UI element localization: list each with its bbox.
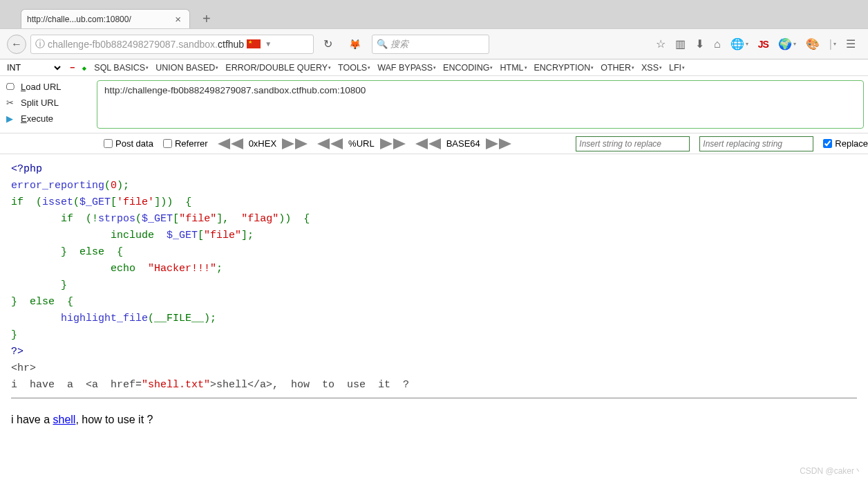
menu-tools[interactable]: TOOLS▾ — [338, 63, 370, 73]
tab-strip: http://challe...ub.com:10800/ × + — [0, 8, 868, 28]
php-source: <?php error_reporting(0); if (isset($_GE… — [11, 161, 857, 394]
menu-encryption[interactable]: ENCRYPTION▾ — [534, 63, 594, 73]
chevron-down-icon[interactable]: ▼ — [265, 40, 272, 48]
load-url-button[interactable]: 🖵Load URL — [0, 79, 97, 95]
load-icon: 🖵 — [4, 82, 15, 92]
library-icon[interactable]: ▥ — [675, 37, 686, 50]
post-data-checkbox[interactable]: Post data — [104, 138, 153, 149]
hackbar-body: 🖵Load URL ✂Split URL ▶Execute http://cha… — [0, 76, 868, 133]
palette-icon[interactable]: 🎨 — [806, 37, 820, 50]
menu-error-double[interactable]: ERROR/DOUBLE QUERY▾ — [225, 63, 331, 73]
close-icon[interactable]: × — [172, 13, 184, 25]
enc-url[interactable]: %URL — [317, 138, 406, 149]
replace-checkbox[interactable]: Replace — [823, 138, 868, 149]
referrer-checkbox[interactable]: Referrer — [163, 138, 208, 149]
hackbar-select[interactable]: INT — [4, 62, 63, 73]
execute-icon: ▶ — [4, 113, 15, 124]
menu-xss[interactable]: XSS▾ — [641, 63, 662, 73]
address-box[interactable]: ⓘ challenge-fb0b882498279087.sandbox.ctf… — [30, 35, 314, 54]
divider: |▾ — [829, 38, 836, 50]
hackbar-controls: Post data Referrer 0xHEX %URL BASE64 Rep… — [0, 133, 868, 154]
enc-hex[interactable]: 0xHEX — [218, 138, 308, 149]
globe2-icon[interactable]: 🌍▾ — [778, 37, 796, 50]
new-tab-button[interactable]: + — [197, 9, 216, 28]
browser-tab[interactable]: http://challe...ub.com:10800/ × — [21, 9, 190, 28]
hackbar-selector[interactable]: INT — [4, 62, 63, 73]
hackbar-actions: 🖵Load URL ✂Split URL ▶Execute — [0, 76, 97, 133]
hackbar-url-input[interactable]: http://challenge-fb0b882498279087.sandbo… — [97, 80, 864, 129]
search-placeholder: 搜索 — [390, 38, 408, 50]
search-input[interactable]: 🔍 搜索 — [372, 35, 489, 54]
js-icon[interactable]: JS — [758, 39, 768, 50]
url-domain: ctfhub — [218, 39, 244, 50]
menu-icon[interactable]: ☰ — [846, 37, 856, 50]
menu-lfi[interactable]: LFI▾ — [669, 63, 685, 73]
menu-union-based[interactable]: UNION BASED▾ — [155, 63, 218, 73]
menu-waf-bypass[interactable]: WAF BYPASS▾ — [377, 63, 436, 73]
back-button[interactable]: ← — [7, 35, 26, 54]
url-bar: ← ⓘ challenge-fb0b882498279087.sandbox.c… — [0, 28, 868, 59]
search-icon: 🔍 — [377, 39, 388, 49]
plus-icon[interactable]: ⬥ — [82, 63, 87, 73]
reload-icon[interactable]: ↻ — [318, 37, 338, 50]
replace-with-input[interactable] — [699, 136, 813, 151]
globe-icon[interactable]: 🌐▾ — [730, 37, 748, 50]
toolbar-icons: ☆ ▥ ⬇ ⌂ 🌐▾ JS 🌍▾ 🎨 |▾ ☰ — [656, 37, 861, 50]
menu-html[interactable]: HTML▾ — [500, 63, 527, 73]
watermark: CSDN @caker丶 — [800, 465, 862, 477]
shell-link[interactable]: shell — [53, 414, 75, 425]
menu-other[interactable]: OTHER▾ — [601, 63, 634, 73]
page-content: <?php error_reporting(0); if (isset($_GE… — [0, 154, 868, 436]
execute-button[interactable]: ▶Execute — [0, 111, 97, 127]
replace-find-input[interactable] — [576, 136, 690, 151]
menu-sql-basics[interactable]: SQL BASICS▾ — [94, 63, 149, 73]
info-icon[interactable]: ⓘ — [35, 38, 45, 50]
tab-title: http://challe...ub.com:10800/ — [27, 15, 131, 24]
home-icon[interactable]: ⌂ — [714, 38, 721, 50]
flag-icon — [247, 39, 261, 48]
horizontal-rule — [11, 398, 857, 398]
hackbar-menu: INT − ⬥ SQL BASICS▾ UNION BASED▾ ERROR/D… — [0, 59, 868, 76]
split-icon: ✂ — [4, 98, 15, 108]
minus-icon[interactable]: − — [70, 63, 75, 73]
menu-encoding[interactable]: ENCODING▾ — [443, 63, 493, 73]
download-icon[interactable]: ⬇ — [695, 37, 704, 50]
split-url-button[interactable]: ✂Split URL — [0, 95, 97, 111]
fox-icon[interactable]: 🦊 — [342, 39, 368, 50]
url-prefix: challenge-fb0b882498279087.sandbox. — [48, 39, 218, 50]
enc-base64[interactable]: BASE64 — [415, 138, 511, 149]
hint-text: i have a shell, how to use it ? — [11, 411, 857, 429]
bookmark-star-icon[interactable]: ☆ — [656, 37, 666, 50]
